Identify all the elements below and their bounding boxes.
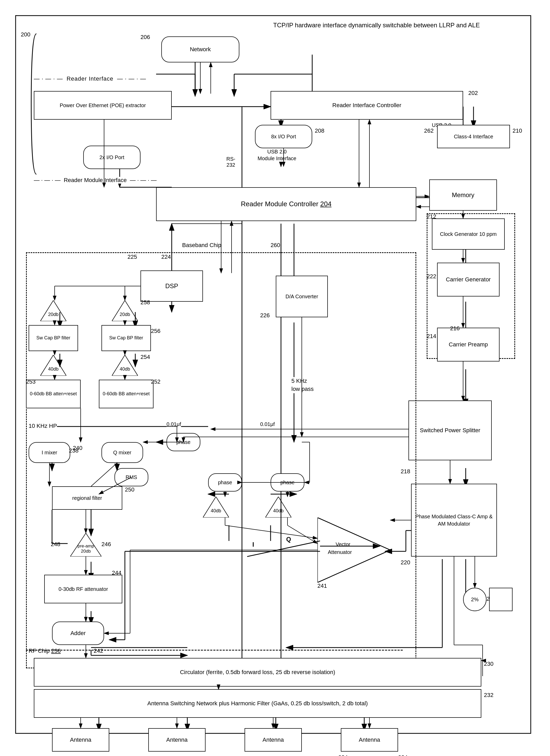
ref-214: 214: [427, 333, 436, 340]
svg-text:40db: 40db: [211, 508, 221, 513]
db20-tri-2: 20db: [112, 300, 138, 322]
svg-text:20db: 20db: [120, 312, 130, 317]
svg-marker-69: [112, 300, 138, 321]
ref-250: 250: [125, 486, 134, 493]
reader-interface-label: — · — · — Reader Interface — · — · —: [34, 75, 146, 82]
khz5-label: 5 KHzlow pass: [292, 377, 314, 393]
ref-224: 224: [161, 254, 171, 260]
ref-234a: 234: [338, 754, 348, 756]
ref-241: 241: [318, 583, 327, 589]
db40-tri-3: 40db: [203, 497, 229, 518]
svg-text:Vector: Vector: [336, 541, 351, 547]
phase3-box: phase: [270, 473, 305, 492]
i-label: I: [252, 541, 254, 548]
db20-tri-1: 20db: [40, 300, 66, 322]
svg-text:Attenuator: Attenuator: [328, 549, 352, 555]
svg-text:40db: 40db: [48, 366, 59, 372]
rmc-box: Reader Module Controller 204: [156, 187, 416, 221]
ref-256: 256: [151, 328, 160, 334]
sw-cap-2-box: Sw Cap BP filter: [101, 325, 151, 351]
ref-212: 212: [427, 213, 436, 220]
vector-att-shape: Vector Attenuator: [318, 518, 390, 583]
ref-230: 230: [484, 661, 494, 667]
svg-marker-78: [203, 497, 229, 518]
svg-text:40db: 40db: [120, 366, 130, 372]
ref-254: 254: [140, 354, 150, 360]
ref-242: 242: [94, 648, 103, 654]
q-label: Q: [286, 536, 291, 543]
ref-248: 248: [51, 541, 60, 548]
db40-tri-4: 40db: [265, 497, 292, 518]
antenna2-box: Antenna: [148, 728, 205, 752]
db40-tri-2: 40db: [112, 355, 138, 377]
sw-cap-1-box: Sw Cap BP filter: [29, 325, 78, 351]
att0-30-box: 0-30db RF attenuator: [44, 575, 122, 603]
carrier-preamp-box: Carrier Preamp: [437, 328, 500, 361]
port2x-box: 2x I/O Port: [83, 146, 140, 169]
ref-244: 244: [112, 570, 121, 576]
ref-234b: 234: [398, 754, 408, 756]
circulator-box: Circulator (ferrite, 0.5db forward loss,…: [34, 658, 481, 687]
svg-text:pre-amp: pre-amp: [77, 544, 94, 548]
ref-222: 222: [427, 273, 436, 280]
switched-power-box: Switched Power Splitter: [409, 400, 492, 460]
poe-box: Power Over Ethernet (POE) extractor: [34, 91, 172, 120]
svg-text:20db: 20db: [48, 312, 59, 317]
phase1-box: phase: [166, 433, 200, 451]
preamp-tri: pre-amp20db: [70, 533, 101, 557]
q-mixer-box: Q mixer: [101, 442, 143, 463]
diagram-container: 200 TCP/IP hardware interface dynamicall…: [0, 0, 550, 756]
baseband-chip-label: Baseband Chip: [182, 242, 221, 249]
ref-252: 252: [151, 378, 160, 385]
hz10k-label: 10 KHz HP: [29, 423, 57, 429]
rms-box: RMS: [114, 468, 148, 486]
ref-246: 246: [101, 541, 111, 548]
ref-225: 225: [127, 254, 137, 260]
ref-240: 240: [73, 445, 82, 451]
reader-module-interface-label: — · — · — Reader Module Interface — · — …: [34, 177, 157, 184]
usb20-module-label: USB 2.0Module Interface: [257, 148, 296, 162]
antenna3-box: Antenna: [244, 728, 302, 752]
ref-210: 210: [513, 127, 522, 134]
adder-box: Adder: [52, 622, 104, 645]
antenna1-box: Antenna: [52, 728, 109, 752]
rf-chip-label: RF Chip 236: [29, 648, 61, 654]
att0-60-2-box: 0-60db BB atten+reset: [99, 380, 153, 408]
svg-marker-67: [40, 300, 66, 321]
ref-200: 200: [21, 31, 30, 38]
svg-text:20db: 20db: [81, 549, 91, 554]
memory-box: Memory: [429, 179, 497, 211]
ref-253: 253: [26, 378, 36, 385]
regional-filter-box: regional filter: [52, 486, 122, 510]
rs232-label: RS-232: [226, 156, 235, 168]
cap001-2-label: 0.01μf: [260, 421, 275, 427]
ref-216: 216: [450, 325, 460, 332]
network-box: Network: [161, 36, 239, 62]
ref-262: 262: [424, 127, 434, 134]
carrier-gen-box: Carrier Generator: [437, 263, 500, 296]
phase2-box: phase: [208, 473, 242, 492]
ref-232: 232: [484, 692, 494, 699]
antenna-network-box: Antenna Switching Network plus Harmonic …: [34, 689, 481, 718]
ric-box: Reader Interface Controller: [270, 91, 463, 120]
svg-marker-71: [40, 355, 66, 376]
ref-202: 202: [468, 90, 478, 96]
ref-208: 208: [315, 127, 325, 134]
class4-box: Class-4 Interface: [437, 125, 510, 148]
db40-tri-1: 40db: [40, 355, 66, 377]
tcp-label: TCP/IP hardware interface dynamically sw…: [273, 21, 507, 30]
svg-marker-80: [265, 497, 292, 518]
cap001-label: 0.01μf: [166, 421, 181, 427]
percent2-box: 2%: [463, 588, 487, 611]
phase-mod-box: Phase Modulated Class-C Amp & AM Modulat…: [411, 484, 497, 557]
svg-text:40db: 40db: [273, 508, 284, 513]
coupler-box: [489, 588, 513, 611]
svg-marker-73: [112, 355, 138, 376]
ref-206: 206: [140, 34, 150, 41]
antenna4-box: Antenna: [341, 728, 398, 752]
port8x-box: 8x I/O Port: [255, 125, 312, 148]
ref-260: 260: [270, 242, 280, 249]
i-mixer-box: I mixer: [29, 442, 70, 463]
rf-chip-dashed: [26, 252, 416, 668]
ref-258: 258: [140, 299, 150, 306]
